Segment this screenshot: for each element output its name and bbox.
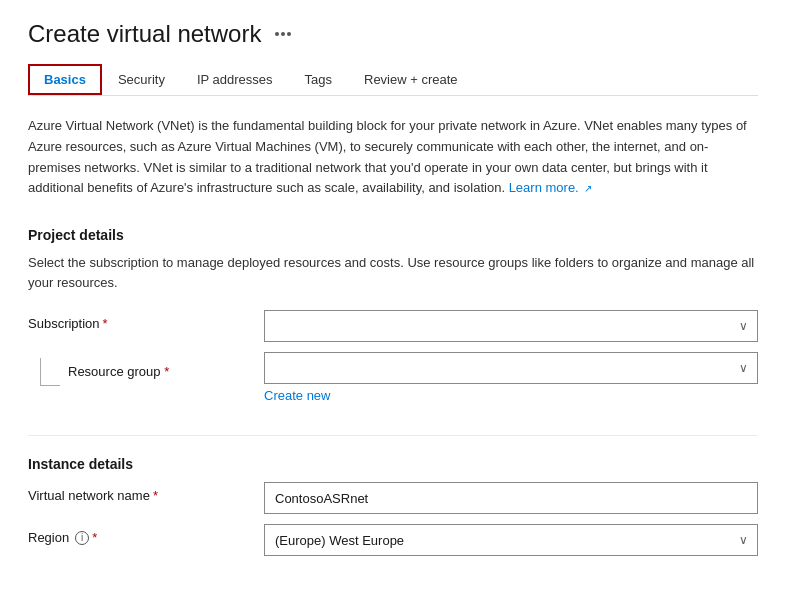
ellipsis-button[interactable] [271,28,295,40]
section-divider [28,435,758,436]
tab-review-create[interactable]: Review + create [348,64,474,95]
tab-tags[interactable]: Tags [289,64,348,95]
vnet-name-label-col: Virtual network name * [28,482,248,503]
ellipsis-dot-3 [287,32,291,36]
learn-more-link[interactable]: Learn more. ↗ [509,180,593,195]
external-link-icon: ↗ [584,181,592,197]
resource-group-dropdown-wrapper: ∨ [264,352,758,384]
resource-group-label: Resource group * [68,358,169,379]
vnet-name-control-col [264,482,758,514]
project-details-section: Project details Select the subscription … [28,227,758,403]
instance-details-heading: Instance details [28,456,758,472]
resource-group-control-col: ∨ Create new [264,352,758,403]
create-new-link[interactable]: Create new [264,388,330,403]
region-row: Region i * (Europe) West Europe ∨ [28,524,758,556]
ellipsis-dot-1 [275,32,279,36]
vnet-name-label: Virtual network name * [28,488,248,503]
region-select[interactable]: (Europe) West Europe [264,524,758,556]
region-info-icon[interactable]: i [75,531,89,545]
page-title-row: Create virtual network [28,20,758,48]
resource-group-label-text: Resource group [68,364,161,379]
tab-ip-addresses[interactable]: IP addresses [181,64,289,95]
tab-security[interactable]: Security [102,64,181,95]
learn-more-label: Learn more. [509,180,579,195]
subscription-dropdown-wrapper: ∨ [264,310,758,342]
project-details-heading: Project details [28,227,758,243]
resource-group-select[interactable] [264,352,758,384]
subscription-label-col: Subscription * [28,310,248,331]
subscription-required: * [103,316,108,331]
resource-group-required: * [164,364,169,379]
ellipsis-dot-2 [281,32,285,36]
region-label-text: Region [28,530,69,545]
subscription-control-col: ∨ [264,310,758,342]
vnet-name-required: * [153,488,158,503]
page-title: Create virtual network [28,20,261,48]
tab-basics[interactable]: Basics [28,64,102,95]
region-control-col: (Europe) West Europe ∨ [264,524,758,556]
virtual-network-name-row: Virtual network name * [28,482,758,514]
subscription-select[interactable] [264,310,758,342]
resource-group-indent: Resource group * [28,352,248,386]
tab-bar: Basics Security IP addresses Tags Review… [28,64,758,96]
subscription-label: Subscription * [28,316,248,331]
vnet-name-label-text: Virtual network name [28,488,150,503]
vnet-name-input[interactable] [264,482,758,514]
description-block: Azure Virtual Network (VNet) is the fund… [28,116,758,199]
region-label-col: Region i * [28,524,248,545]
resource-group-row: Resource group * ∨ Create new [28,352,758,403]
region-required: * [92,530,97,545]
subscription-row: Subscription * ∨ [28,310,758,342]
region-label: Region i * [28,530,248,545]
project-details-description: Select the subscription to manage deploy… [28,253,758,292]
instance-details-section: Instance details Virtual network name * … [28,456,758,556]
indent-line [40,358,60,386]
region-dropdown-wrapper: (Europe) West Europe ∨ [264,524,758,556]
subscription-label-text: Subscription [28,316,100,331]
description-text: Azure Virtual Network (VNet) is the fund… [28,118,747,195]
